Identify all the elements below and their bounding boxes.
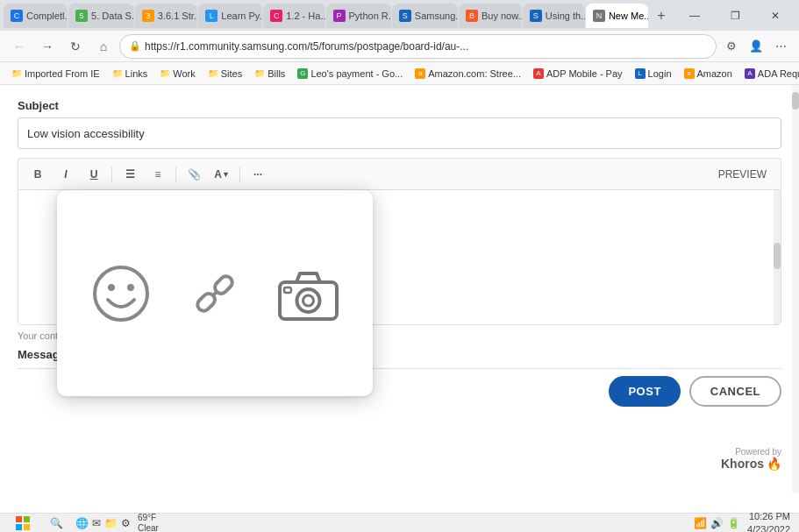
page-scrollbar[interactable] xyxy=(792,85,799,493)
bookmark-imported-ie[interactable]: 📁 Imported From IE xyxy=(7,67,104,81)
bookmark-label: Login xyxy=(648,68,672,79)
bookmark-leos-payment[interactable]: G Leo's payment - Go... xyxy=(293,67,407,81)
bookmark-adp[interactable]: A ADP Mobile - Pay xyxy=(529,67,627,81)
bookmark-label: Bills xyxy=(268,68,285,79)
tab-label: 3.6.1 Str... xyxy=(158,11,197,21)
bookmark-label: Leo's payment - Go... xyxy=(310,68,403,79)
toolbar-bold[interactable]: B xyxy=(25,163,50,186)
restore-button[interactable]: ❐ xyxy=(715,0,755,31)
new-tab-button[interactable]: + xyxy=(649,4,674,28)
preview-button[interactable]: PREVIEW xyxy=(711,167,774,182)
tab-complete[interactable]: C Completl... ✕ xyxy=(4,4,68,28)
tab-favicon: C xyxy=(270,10,282,22)
tab-favicon: P xyxy=(333,10,346,22)
toolbar-list[interactable]: ☰ xyxy=(118,163,142,186)
toolbar-ordered-list[interactable]: ≡ xyxy=(146,163,170,186)
forward-button[interactable]: → xyxy=(35,34,60,59)
toolbar-attach[interactable]: 📎 xyxy=(182,163,206,186)
bookmark-links[interactable]: 📁 Links xyxy=(108,67,153,81)
windows-logo-icon xyxy=(16,516,30,530)
refresh-button[interactable]: ↻ xyxy=(63,34,88,59)
clock-date: 4/23/2022 xyxy=(747,523,790,533)
bookmark-ada[interactable]: A ADA Requirements:... xyxy=(740,67,799,81)
bookmark-login[interactable]: L Login xyxy=(631,67,676,81)
more-icon[interactable]: ⋯ xyxy=(769,35,792,58)
speaker-icon[interactable]: 🔊 xyxy=(710,517,724,529)
editor-toolbar: B I U ☰ ≡ 📎 A ▼ ··· PREVIEW xyxy=(18,158,781,189)
bookmark-label: ADA Requirements:... xyxy=(758,68,799,79)
profile-icon[interactable]: 👤 xyxy=(745,35,767,58)
bookmark-amazon-stree[interactable]: a Amazon.com: Stree... xyxy=(410,67,525,81)
toolbar-font[interactable]: A ▼ xyxy=(210,163,234,186)
tab-new-me[interactable]: N New Me... ✕ xyxy=(586,4,648,28)
svg-point-1 xyxy=(108,284,115,291)
tab-label: Python R... xyxy=(349,11,391,21)
post-button[interactable]: POST xyxy=(609,376,680,407)
taskbar-settings-icon[interactable]: ⚙ xyxy=(121,517,131,529)
site-favicon: a xyxy=(415,68,425,79)
tab-str[interactable]: 3 3.6.1 Str... ✕ xyxy=(135,4,197,28)
bookmark-sites[interactable]: 📁 Sites xyxy=(203,67,246,81)
status-left: 🔍 🌐 ✉ 📁 ⚙ 69°F Clear xyxy=(9,513,159,533)
popup-link-icon-container xyxy=(180,259,250,329)
subject-section: Subject xyxy=(18,99,781,149)
bookmark-bills[interactable]: 📁 Bills xyxy=(250,67,289,81)
extensions-icon[interactable]: ⚙ xyxy=(720,35,743,58)
site-favicon: a xyxy=(684,68,695,79)
site-favicon: A xyxy=(533,68,544,79)
tab-learn-py[interactable]: L Learn Py... ✕ xyxy=(198,4,262,28)
subject-input[interactable] xyxy=(18,117,781,149)
svg-rect-12 xyxy=(16,524,22,530)
popup-camera-icon-container xyxy=(274,259,344,329)
tab-favicon: N xyxy=(593,10,605,22)
toolbar-underline[interactable]: U xyxy=(82,163,106,186)
weather-widget: 69°F Clear xyxy=(138,513,159,533)
bookmark-work[interactable]: 📁 Work xyxy=(155,67,199,81)
page-content: Subject B I U ☰ ≡ 📎 A ▼ ··· PREVIEW xyxy=(0,85,799,513)
address-bar[interactable]: 🔒 https://r1.community.samsung.com/t5/fo… xyxy=(119,34,717,59)
tab-ha[interactable]: C 1.2 - Ha... ✕ xyxy=(263,4,325,28)
toolbar-more[interactable]: ··· xyxy=(246,163,270,186)
home-button[interactable]: ⌂ xyxy=(91,34,116,59)
link-icon xyxy=(184,263,246,324)
scroll-thumb xyxy=(774,243,781,269)
bookmark-label: Amazon.com: Stree... xyxy=(428,68,521,79)
tab-label: Samsung... xyxy=(415,11,458,21)
tab-python-r[interactable]: P Python R... ✕ xyxy=(326,4,391,28)
toolbar-italic[interactable]: I xyxy=(54,163,78,186)
font-dropdown-icon: ▼ xyxy=(222,170,230,179)
bookmark-label: Imported From IE xyxy=(25,68,100,79)
tab-using-th[interactable]: S Using th... ✕ xyxy=(523,4,585,28)
emoji-icon xyxy=(90,263,152,324)
battery-icon[interactable]: 🔋 xyxy=(727,517,740,529)
popup-link-item[interactable] xyxy=(171,250,259,337)
wifi-icon[interactable]: 📶 xyxy=(694,517,707,529)
bookmark-amazon[interactable]: a Amazon xyxy=(680,67,737,81)
taskbar-edge-icon[interactable]: 🌐 xyxy=(75,517,89,529)
powered-by-section: Powered by Khoros 🔥 xyxy=(721,447,781,471)
popup-emoji-item[interactable] xyxy=(77,250,165,337)
tab-label: Learn Py... xyxy=(221,11,262,21)
clock[interactable]: 10:26 PM 4/23/2022 xyxy=(747,510,790,532)
tab-samsung[interactable]: S Samsung... ✕ xyxy=(392,4,458,28)
start-button[interactable] xyxy=(9,515,37,531)
cancel-button[interactable]: CANCEL xyxy=(689,376,781,407)
popup-camera-item[interactable] xyxy=(265,250,353,337)
site-favicon: A xyxy=(745,68,755,79)
tab-data-s[interactable]: 5 5. Data S... ✕ xyxy=(68,4,134,28)
taskbar-mail-icon[interactable]: ✉ xyxy=(92,517,101,529)
tab-buy-now[interactable]: B Buy now... ✕ xyxy=(459,4,522,28)
svg-point-2 xyxy=(127,284,134,291)
back-button[interactable]: ← xyxy=(7,34,32,59)
subject-label: Subject xyxy=(18,99,781,112)
site-favicon: G xyxy=(297,68,308,79)
tab-favicon: S xyxy=(399,10,411,22)
popup-emoji-icon-container xyxy=(86,259,156,329)
close-button[interactable]: ✕ xyxy=(755,0,795,31)
page-scroll-thumb xyxy=(792,92,799,110)
temperature-text: 69°F xyxy=(138,513,159,523)
taskbar-search-button[interactable]: 🔍 xyxy=(44,515,68,531)
toolbar-separator xyxy=(111,167,112,182)
minimize-button[interactable]: — xyxy=(674,0,715,31)
taskbar-folder-icon[interactable]: 📁 xyxy=(104,517,118,529)
